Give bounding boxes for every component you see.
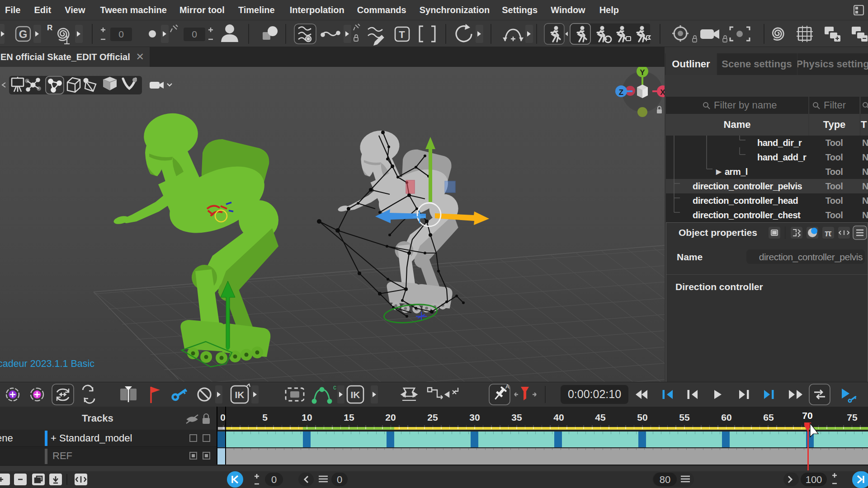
svg-text:cadeur 2023.1.1 Basic: cadeur 2023.1.1 Basic bbox=[0, 358, 94, 369]
svg-text:T: T bbox=[399, 29, 405, 40]
svg-text:80: 80 bbox=[660, 474, 670, 485]
svg-text:0: 0 bbox=[118, 29, 124, 39]
svg-text:0: 0 bbox=[271, 474, 277, 485]
svg-text:c: c bbox=[333, 384, 336, 391]
svg-text:0:00:02:10: 0:00:02:10 bbox=[568, 388, 621, 400]
svg-text:G: G bbox=[19, 28, 28, 40]
svg-text:0: 0 bbox=[337, 474, 342, 485]
svg-text:0: 0 bbox=[192, 29, 197, 39]
svg-text:Z: Z bbox=[619, 88, 623, 97]
svg-text:X: X bbox=[660, 88, 665, 97]
svg-text:IK: IK bbox=[235, 389, 245, 400]
svg-text:Y: Y bbox=[640, 68, 645, 77]
svg-text:IK: IK bbox=[351, 389, 360, 400]
svg-text:π: π bbox=[825, 228, 831, 238]
svg-text:R: R bbox=[47, 23, 52, 32]
svg-text:A: A bbox=[505, 383, 509, 390]
svg-text:100: 100 bbox=[806, 474, 822, 485]
